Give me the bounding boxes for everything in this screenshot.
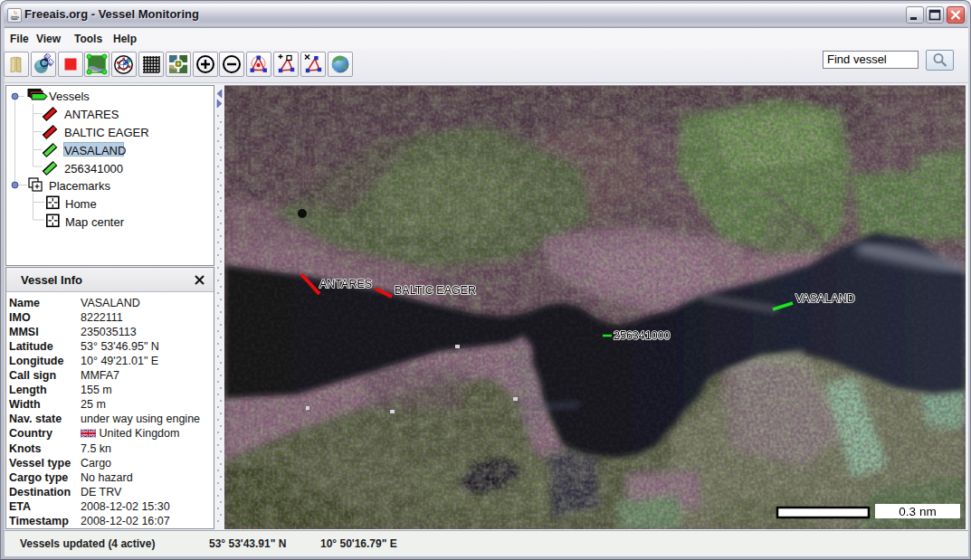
svg-text:VASALAND: VASALAND: [795, 292, 855, 305]
svg-text:ANTARES: ANTARES: [319, 278, 372, 290]
svg-text:0.3 nm: 0.3 nm: [899, 505, 936, 518]
svg-text:256341000: 256341000: [614, 329, 671, 342]
svg-text:BALTIC EAGER: BALTIC EAGER: [395, 284, 476, 297]
